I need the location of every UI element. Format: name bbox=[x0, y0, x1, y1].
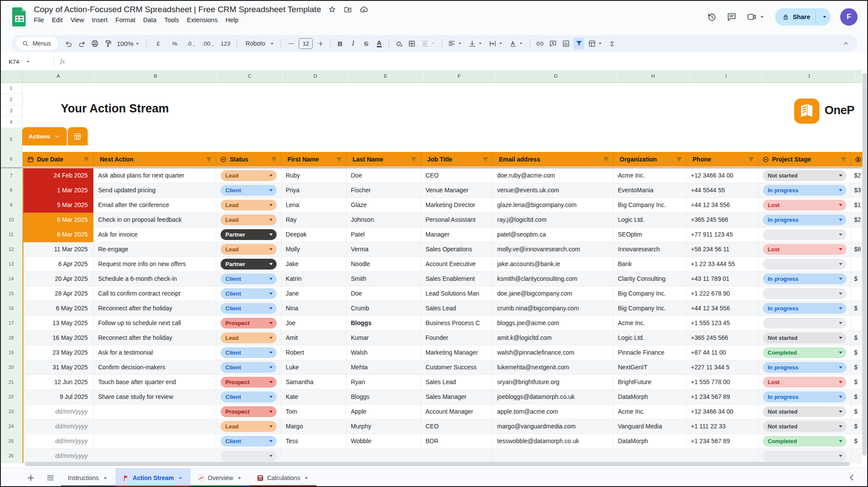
status-chip[interactable] bbox=[221, 451, 277, 461]
status-chip[interactable]: Lead bbox=[221, 244, 277, 255]
stage-chip[interactable]: Not started bbox=[763, 421, 846, 432]
menu-view[interactable]: View bbox=[66, 16, 88, 24]
more-formats-button[interactable]: 123 bbox=[218, 37, 233, 49]
row-number-17[interactable]: 17 bbox=[0, 316, 23, 331]
stage-chip[interactable]: In progress bbox=[763, 214, 846, 225]
comments-icon[interactable] bbox=[726, 12, 737, 22]
empty-cells[interactable] bbox=[23, 83, 862, 94]
merge-cells-button[interactable] bbox=[419, 37, 438, 49]
text-rotation-button[interactable] bbox=[507, 37, 526, 49]
status-chip[interactable]: Prospect bbox=[221, 406, 277, 417]
menu-data[interactable]: Data bbox=[139, 16, 161, 24]
row-number-21[interactable]: 21 bbox=[0, 375, 23, 390]
stage-chip[interactable]: Lost bbox=[763, 200, 846, 211]
add-sheet-button[interactable] bbox=[26, 473, 36, 483]
column-letter-E[interactable]: E bbox=[348, 70, 423, 82]
increase-decimal-button[interactable]: .00→ bbox=[200, 37, 216, 49]
column-letter-J[interactable]: J bbox=[762, 70, 855, 82]
row-number-14[interactable]: 14 bbox=[0, 272, 23, 287]
stage-chip[interactable] bbox=[763, 259, 846, 270]
vertical-scrollbar[interactable] bbox=[862, 73, 867, 456]
row-number-12[interactable]: 12 bbox=[0, 242, 23, 257]
stage-chip[interactable]: In progress bbox=[763, 303, 846, 314]
stage-chip[interactable]: Completed bbox=[763, 436, 846, 447]
row-number-2[interactable]: 2 bbox=[0, 94, 23, 105]
row-number-1[interactable]: 1 bbox=[0, 83, 23, 94]
menu-edit[interactable]: Edit bbox=[48, 16, 66, 24]
redo-button[interactable] bbox=[76, 37, 87, 49]
table-settings-button[interactable] bbox=[68, 127, 88, 145]
bold-button[interactable]: B bbox=[334, 37, 346, 49]
fill-color-button[interactable] bbox=[393, 37, 404, 49]
menu-help[interactable]: Help bbox=[221, 16, 242, 24]
row-number-18[interactable]: 18 bbox=[0, 331, 23, 346]
stage-chip[interactable] bbox=[763, 318, 846, 329]
cloud-saved-icon[interactable] bbox=[359, 5, 369, 14]
row-number-8[interactable]: 8 bbox=[0, 183, 23, 198]
column-letter-C[interactable]: C bbox=[217, 70, 283, 82]
stage-chip[interactable] bbox=[763, 288, 846, 299]
print-button[interactable] bbox=[89, 37, 100, 49]
table-views-button[interactable] bbox=[586, 37, 605, 49]
stage-chip[interactable]: In progress bbox=[763, 362, 846, 373]
stage-chip[interactable]: Lost bbox=[763, 244, 846, 255]
format-percent-button[interactable]: % bbox=[167, 37, 182, 49]
status-chip[interactable]: Client bbox=[221, 436, 277, 447]
borders-button[interactable] bbox=[406, 37, 417, 49]
horizontal-align-button[interactable] bbox=[446, 37, 465, 49]
all-sheets-button[interactable] bbox=[46, 474, 55, 482]
filter-icon[interactable] bbox=[205, 156, 212, 163]
functions-button[interactable]: Σ bbox=[607, 37, 618, 49]
menu-format[interactable]: Format bbox=[112, 16, 139, 24]
row-number-11[interactable]: 11 bbox=[0, 227, 23, 243]
decrease-decimal-button[interactable]: .0← bbox=[184, 37, 198, 49]
create-filter-button[interactable] bbox=[573, 37, 584, 49]
decrease-font-size-button[interactable] bbox=[285, 37, 297, 49]
column-letter-H[interactable]: H bbox=[617, 70, 690, 82]
status-chip[interactable]: Lead bbox=[221, 332, 277, 343]
row-number-4[interactable]: 4 bbox=[0, 117, 23, 128]
avatar[interactable]: F bbox=[840, 8, 858, 26]
increase-font-size-button[interactable] bbox=[315, 37, 326, 49]
stage-chip[interactable]: Completed bbox=[763, 347, 846, 358]
status-chip[interactable]: Client bbox=[221, 288, 277, 299]
menu-tools[interactable]: Tools bbox=[160, 16, 183, 24]
stage-chip[interactable]: In progress bbox=[763, 185, 846, 196]
insert-comment-button[interactable] bbox=[547, 37, 558, 49]
row-number-25[interactable]: 25 bbox=[0, 434, 23, 449]
filter-icon[interactable] bbox=[603, 156, 610, 163]
status-chip[interactable]: Prospect bbox=[221, 318, 277, 329]
actions-dropdown-button[interactable]: Actions bbox=[22, 127, 67, 145]
zoom-select[interactable]: 100% bbox=[115, 37, 142, 49]
meet-button[interactable] bbox=[746, 12, 766, 22]
tab-instructions[interactable]: Instructions bbox=[61, 468, 116, 487]
select-all-corner[interactable] bbox=[0, 70, 23, 82]
stage-chip[interactable]: In progress bbox=[763, 392, 846, 402]
move-folder-icon[interactable] bbox=[343, 5, 352, 14]
column-header-phone[interactable]: Phone bbox=[686, 152, 759, 167]
status-chip[interactable]: Client bbox=[221, 273, 277, 284]
column-letter-A[interactable]: A bbox=[23, 70, 94, 82]
column-header-last[interactable]: Last Name bbox=[347, 152, 421, 167]
status-chip[interactable]: Client bbox=[221, 347, 277, 358]
menus-search-button[interactable]: Menus bbox=[17, 37, 58, 50]
empty-cells[interactable] bbox=[23, 128, 862, 152]
strikethrough-button[interactable]: S bbox=[360, 37, 372, 49]
filter-icon[interactable] bbox=[676, 156, 683, 163]
version-history-icon[interactable] bbox=[706, 12, 717, 22]
column-header-first[interactable]: First Name bbox=[281, 152, 347, 167]
tab-overview[interactable]: Overview bbox=[191, 468, 250, 487]
filter-icon[interactable] bbox=[482, 156, 489, 163]
row-number-9[interactable]: 9 bbox=[0, 198, 23, 213]
filter-icon[interactable] bbox=[271, 156, 277, 163]
stage-chip[interactable]: Not started bbox=[763, 406, 846, 417]
horizontal-scrollbar[interactable] bbox=[25, 462, 850, 466]
font-select[interactable]: Roboto bbox=[241, 37, 277, 49]
google-sheets-logo-icon[interactable] bbox=[12, 7, 27, 27]
stage-chip[interactable]: In progress bbox=[763, 273, 846, 284]
row-number-6[interactable]: 6 bbox=[0, 152, 23, 167]
status-chip[interactable]: Lead bbox=[221, 170, 277, 181]
filter-icon[interactable] bbox=[336, 156, 343, 163]
format-currency-button[interactable]: £ bbox=[151, 37, 165, 49]
row-number-5[interactable]: 5 bbox=[0, 128, 23, 152]
